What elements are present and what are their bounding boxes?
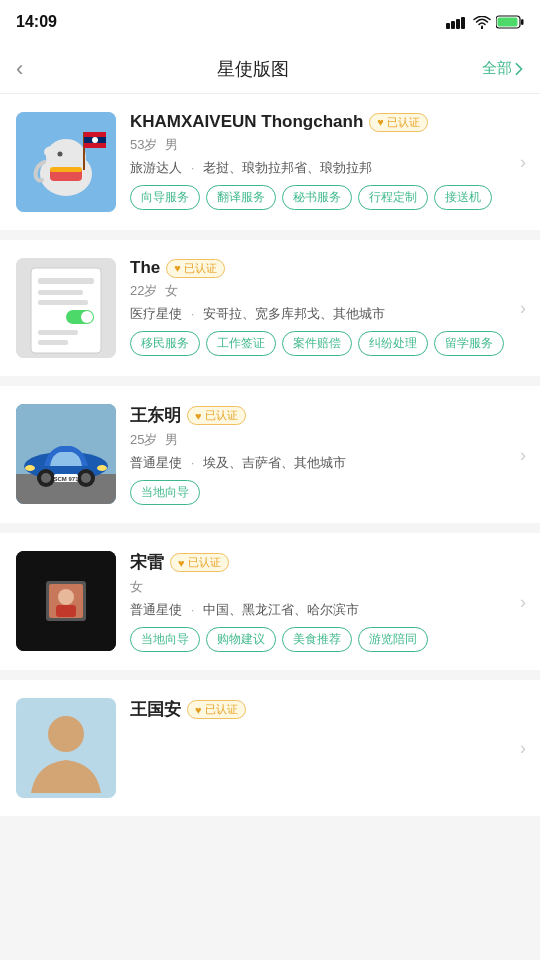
card-5-name: 王国安 — [130, 698, 181, 721]
card-2[interactable]: The ♥ 已认证 22岁 女 医疗星使 · 安哥拉、宽多库邦戈、其他城市 移民… — [0, 240, 540, 376]
card-4-tags: 当地向导 购物建议 美食推荐 游览陪同 — [130, 627, 524, 652]
card-4[interactable]: 宋雷 ♥ 已认证 女 普通星使 · 中国、黑龙江省、哈尔滨市 当地向导 购物建议… — [0, 533, 540, 670]
svg-rect-22 — [38, 300, 88, 305]
svg-rect-0 — [446, 23, 450, 29]
tag-dispute: 纠纷处理 — [358, 331, 428, 356]
svg-point-41 — [58, 589, 74, 605]
svg-rect-3 — [461, 17, 465, 29]
svg-point-33 — [81, 473, 91, 483]
card-1-info: 53岁 男 — [130, 136, 524, 154]
all-label: 全部 — [482, 59, 512, 78]
svg-rect-42 — [56, 605, 76, 617]
card-2-name: The — [130, 258, 160, 278]
svg-rect-25 — [38, 330, 78, 335]
tag-study-abroad: 留学服务 — [434, 331, 504, 356]
tag-tour: 游览陪同 — [358, 627, 428, 652]
tag-transfer: 接送机 — [434, 185, 492, 210]
wifi-icon — [473, 16, 491, 29]
card-3[interactable]: SCM 971 王东明 ♥ 已认证 25岁 男 普通星使 · 埃及、吉萨省、其他… — [0, 386, 540, 523]
card-4-verified: ♥ 已认证 — [170, 553, 229, 572]
tag-translate: 翻译服务 — [206, 185, 276, 210]
tag-local-guide: 当地向导 — [130, 480, 200, 505]
svg-rect-20 — [38, 278, 94, 284]
card-5-verified: ♥ 已认证 — [187, 700, 246, 719]
heart-icon-5: ♥ — [195, 704, 202, 716]
card-3-chevron: › — [520, 444, 526, 465]
car-svg: SCM 971 — [16, 404, 116, 504]
svg-text:SCM 971: SCM 971 — [53, 476, 79, 482]
status-bar: 14:09 — [0, 0, 540, 44]
face-svg — [16, 698, 116, 798]
header: ‹ 星使版图 全部 — [0, 44, 540, 94]
tag-immigration: 移民服务 — [130, 331, 200, 356]
avatar-4 — [16, 551, 116, 651]
card-1-tags: 向导服务 翻译服务 秘书服务 行程定制 接送机 — [130, 185, 524, 210]
card-4-info: 女 — [130, 578, 524, 596]
black-svg — [16, 551, 116, 651]
back-button[interactable]: ‹ — [16, 56, 23, 82]
tag-food: 美食推荐 — [282, 627, 352, 652]
card-1[interactable]: KHAMXAIVEUN Thongchanh ♥ 已认证 53岁 男 旅游达人 … — [0, 94, 540, 230]
card-2-info: 22岁 女 — [130, 282, 524, 300]
card-2-chevron: › — [520, 298, 526, 319]
svg-point-17 — [92, 137, 98, 143]
heart-icon-4: ♥ — [178, 557, 185, 569]
card-3-name-row: 王东明 ♥ 已认证 — [130, 404, 524, 427]
card-4-desc: 普通星使 · 中国、黑龙江省、哈尔滨市 — [130, 601, 524, 619]
page-title: 星使版图 — [217, 57, 289, 81]
card-3-name: 王东明 — [130, 404, 181, 427]
card-2-verified: ♥ 已认证 — [166, 259, 225, 278]
avatar-1 — [16, 112, 116, 212]
svg-point-37 — [97, 465, 107, 471]
tag-guide-service: 向导服务 — [130, 185, 200, 210]
avatar-3: SCM 971 — [16, 404, 116, 504]
svg-point-44 — [48, 716, 84, 752]
svg-point-11 — [58, 152, 63, 157]
card-5[interactable]: 王国安 ♥ 已认证 › — [0, 680, 540, 816]
tag-work-visa: 工作签证 — [206, 331, 276, 356]
header-right[interactable]: 全部 — [482, 59, 524, 78]
card-4-name: 宋雷 — [130, 551, 164, 574]
svg-rect-5 — [498, 18, 518, 27]
tag-shopping: 购物建议 — [206, 627, 276, 652]
card-3-desc: 普通星使 · 埃及、吉萨省、其他城市 — [130, 454, 524, 472]
card-1-name: KHAMXAIVEUN Thongchanh — [130, 112, 363, 132]
doc-svg — [16, 258, 116, 358]
card-1-name-row: KHAMXAIVEUN Thongchanh ♥ 已认证 — [130, 112, 524, 132]
card-1-content: KHAMXAIVEUN Thongchanh ♥ 已认证 53岁 男 旅游达人 … — [130, 112, 524, 210]
card-5-content: 王国安 ♥ 已认证 — [130, 698, 524, 725]
svg-rect-6 — [521, 19, 524, 25]
status-time: 14:09 — [16, 13, 57, 31]
card-2-tags: 移民服务 工作签证 案件赔偿 纠纷处理 留学服务 — [130, 331, 524, 356]
avatar-5 — [16, 698, 116, 798]
status-icons — [446, 15, 524, 29]
tag-local-guide-2: 当地向导 — [130, 627, 200, 652]
card-4-content: 宋雷 ♥ 已认证 女 普通星使 · 中国、黑龙江省、哈尔滨市 当地向导 购物建议… — [130, 551, 524, 652]
signal-icon — [446, 16, 468, 29]
tag-itinerary: 行程定制 — [358, 185, 428, 210]
svg-point-36 — [25, 465, 35, 471]
card-4-name-row: 宋雷 ♥ 已认证 — [130, 551, 524, 574]
tag-secretary: 秘书服务 — [282, 185, 352, 210]
svg-point-31 — [41, 473, 51, 483]
svg-rect-2 — [456, 19, 460, 29]
tag-case-compensation: 案件赔偿 — [282, 331, 352, 356]
card-5-chevron: › — [520, 738, 526, 759]
svg-point-24 — [81, 311, 93, 323]
svg-rect-1 — [451, 21, 455, 29]
header-chevron-icon — [514, 62, 524, 76]
card-2-content: The ♥ 已认证 22岁 女 医疗星使 · 安哥拉、宽多库邦戈、其他城市 移民… — [130, 258, 524, 356]
svg-rect-13 — [50, 167, 82, 172]
heart-icon-3: ♥ — [195, 410, 202, 422]
battery-icon — [496, 15, 524, 29]
heart-icon-2: ♥ — [174, 262, 181, 274]
card-5-name-row: 王国安 ♥ 已认证 — [130, 698, 524, 721]
card-3-tags: 当地向导 — [130, 480, 524, 505]
elephant-svg — [16, 112, 116, 212]
svg-rect-21 — [38, 290, 83, 295]
card-3-verified: ♥ 已认证 — [187, 406, 246, 425]
card-2-desc: 医疗星使 · 安哥拉、宽多库邦戈、其他城市 — [130, 305, 524, 323]
heart-icon: ♥ — [377, 116, 384, 128]
card-3-info: 25岁 男 — [130, 431, 524, 449]
card-1-desc: 旅游达人 · 老挝、琅勃拉邦省、琅勃拉邦 — [130, 159, 524, 177]
